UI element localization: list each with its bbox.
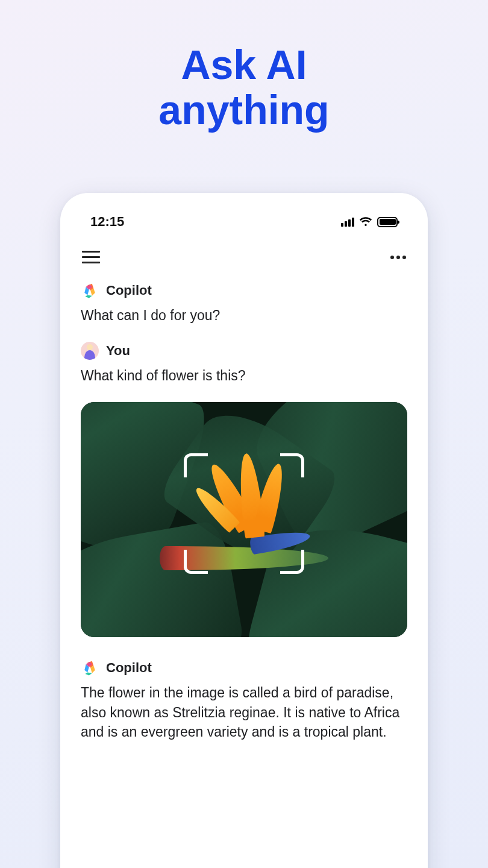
conversation: Copilot What can I do for you? You What … (77, 275, 411, 741)
attached-flower-image[interactable] (81, 402, 407, 637)
more-options-icon[interactable] (390, 256, 406, 259)
camera-focus-frame-icon (184, 453, 304, 574)
status-time: 12:15 (90, 214, 124, 230)
hamburger-menu-icon[interactable] (82, 251, 100, 263)
battery-icon (377, 217, 398, 227)
user-avatar-icon (81, 342, 99, 360)
status-icons (341, 216, 398, 227)
message-copilot-2: Copilot The flower in the image is calle… (81, 659, 407, 741)
status-bar: 12:15 (77, 206, 411, 233)
headline-line-1: Ask AI (0, 42, 488, 87)
promo-headline: Ask AI anything (0, 0, 488, 133)
cellular-icon (341, 217, 354, 227)
wifi-icon (359, 216, 372, 227)
message-text: What kind of flower is this? (81, 366, 407, 385)
sender-label: Copilot (106, 660, 152, 676)
message-text: What can I do for you? (81, 306, 407, 325)
message-copilot-1: Copilot What can I do for you? (81, 281, 407, 325)
copilot-logo-icon (81, 659, 99, 677)
phone-frame: 12:15 (60, 193, 428, 868)
sender-label: Copilot (106, 283, 152, 298)
sender-label: You (106, 343, 130, 359)
message-user-1: You What kind of flower is this? (81, 342, 407, 637)
app-bar (77, 233, 411, 275)
copilot-logo-icon (81, 281, 99, 300)
headline-line-2: anything (0, 87, 488, 133)
message-text: The flower in the image is called a bird… (81, 683, 407, 741)
